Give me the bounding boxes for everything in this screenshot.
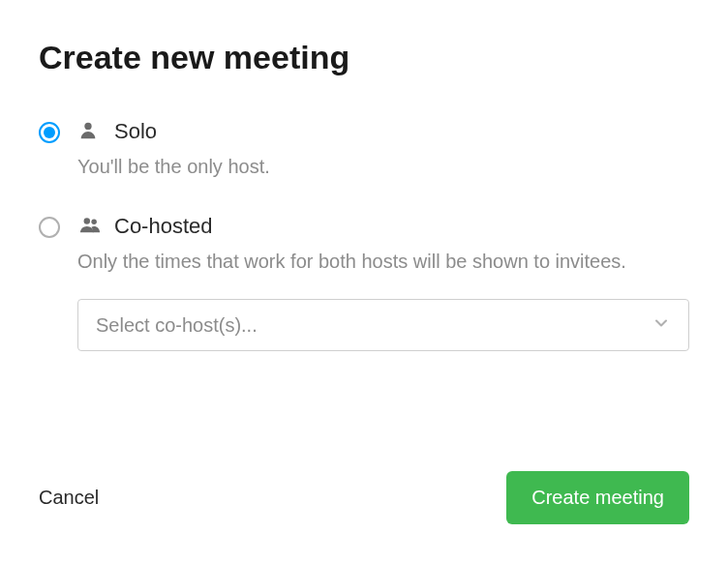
option-solo-description: You'll be the only host.: [77, 152, 689, 181]
radio-solo[interactable]: [39, 122, 60, 143]
svg-point-0: [84, 123, 91, 130]
option-solo-label: Solo: [114, 119, 157, 144]
person-icon: [77, 120, 101, 143]
page-title: Create new meeting: [39, 39, 689, 76]
host-options: Solo You'll be the only host. Co-hosted …: [39, 119, 689, 442]
dialog-actions: Cancel Create meeting: [39, 471, 689, 524]
cancel-button[interactable]: Cancel: [39, 487, 99, 509]
create-meeting-button[interactable]: Create meeting: [506, 471, 689, 524]
option-cohosted-label: Co-hosted: [114, 214, 213, 239]
chevron-down-icon: [652, 313, 671, 337]
option-solo[interactable]: Solo You'll be the only host.: [39, 119, 689, 181]
option-solo-header: Solo: [77, 119, 689, 144]
option-cohosted[interactable]: Co-hosted Only the times that work for b…: [39, 214, 689, 351]
cohost-select[interactable]: Select co-host(s)...: [77, 299, 689, 351]
option-cohosted-header: Co-hosted: [77, 214, 689, 239]
svg-point-1: [84, 218, 90, 223]
svg-point-2: [91, 220, 97, 225]
option-solo-body: Solo You'll be the only host.: [77, 119, 689, 181]
radio-cohosted[interactable]: [39, 217, 60, 238]
cohost-select-placeholder: Select co-host(s)...: [96, 314, 258, 337]
option-cohosted-description: Only the times that work for both hosts …: [77, 247, 689, 276]
option-cohosted-body: Co-hosted Only the times that work for b…: [77, 214, 689, 351]
people-icon: [77, 215, 101, 238]
